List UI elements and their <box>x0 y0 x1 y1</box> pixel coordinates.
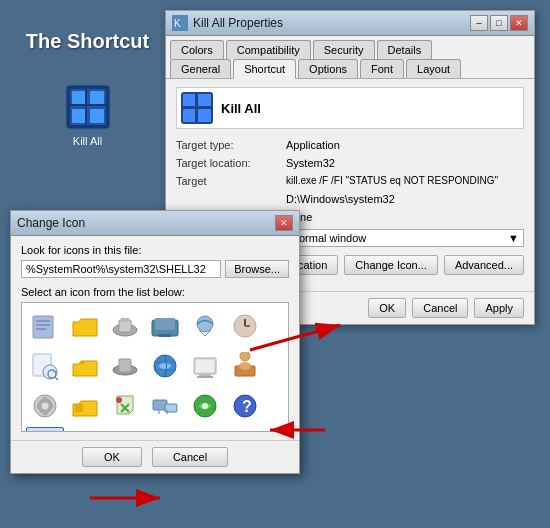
svg-rect-36 <box>119 359 131 372</box>
tab-options[interactable]: Options <box>298 59 358 78</box>
icon-cell-14[interactable] <box>106 387 144 425</box>
target-location-row: Target location: System32 <box>176 157 524 169</box>
tab-font[interactable]: Font <box>360 59 404 78</box>
svg-point-27 <box>197 316 213 332</box>
icon-cell-0[interactable] <box>26 307 64 345</box>
maximize-button[interactable]: □ <box>490 15 508 31</box>
app-name: Kill All <box>221 101 261 116</box>
target-location-label: Target location: <box>176 157 286 169</box>
advanced-button[interactable]: Advanced... <box>444 255 524 275</box>
target-full-value: kill.exe /F /FI "STATUS eq NOT RESPONDIN… <box>286 175 524 187</box>
tab-compatibility[interactable]: Compatibility <box>226 40 311 59</box>
icon-cell-13[interactable] <box>66 387 104 425</box>
icon-cell-11[interactable] <box>226 347 264 385</box>
icon-cell-15[interactable] <box>146 387 184 425</box>
close-button[interactable]: ✕ <box>510 15 528 31</box>
look-for-label: Look for icons in this file: <box>21 244 289 256</box>
svg-rect-5 <box>90 109 104 123</box>
desktop-icon[interactable]: Kill All <box>64 83 112 147</box>
dialog-close-button[interactable]: ✕ <box>275 215 293 231</box>
svg-point-46 <box>240 352 250 361</box>
tab-colors[interactable]: Colors <box>170 40 224 59</box>
target-type-row: Target type: Application <box>176 139 524 151</box>
minimize-button[interactable]: – <box>470 15 488 31</box>
target-full-row: Target kill.exe /F /FI "STATUS eq NOT RE… <box>176 175 524 187</box>
dialog-window-controls: ✕ <box>275 215 293 231</box>
select-icon-label: Select an icon from the list below: <box>21 286 289 298</box>
dialog-ok-button[interactable]: OK <box>82 447 142 467</box>
tab-general[interactable]: General <box>170 59 231 78</box>
tabs-container: Colors Compatibility Security Details Ge… <box>166 36 534 79</box>
tabs-row2: General Shortcut Options Font Layout <box>166 59 534 78</box>
tab-layout[interactable]: Layout <box>406 59 461 78</box>
run-dropdown-box[interactable]: Normal window ▼ <box>286 229 524 247</box>
icon-cell-6[interactable] <box>26 347 64 385</box>
file-row: Browse... <box>21 260 289 278</box>
background-title: The Shortcut <box>26 30 149 53</box>
target-type-value: Application <box>286 139 524 151</box>
icon-cell-1[interactable] <box>66 307 104 345</box>
svg-rect-13 <box>183 109 196 122</box>
svg-rect-14 <box>198 109 211 122</box>
start-in-value: D:\Windows\system32 <box>286 193 524 205</box>
svg-line-34 <box>55 377 58 380</box>
app-icon-name-row: Kill All <box>176 87 524 129</box>
properties-apply-button[interactable]: Apply <box>474 298 524 318</box>
start-in-label <box>176 193 286 205</box>
dialog-cancel-button[interactable]: Cancel <box>152 447 228 467</box>
icon-cell-4[interactable] <box>186 307 224 345</box>
svg-rect-26 <box>159 334 171 337</box>
dialog-title: Change Icon <box>17 216 85 230</box>
file-path-input[interactable] <box>21 260 221 278</box>
icon-cell-10[interactable] <box>186 347 224 385</box>
svg-point-45 <box>239 362 251 370</box>
icons-grid: ? <box>22 303 288 432</box>
change-icon-button[interactable]: Change Icon... <box>344 255 438 275</box>
dialog-titlebar: Change Icon ✕ <box>11 211 299 236</box>
icon-cell-5[interactable] <box>226 307 264 345</box>
tab-details[interactable]: Details <box>377 40 433 59</box>
tab-security[interactable]: Security <box>313 40 375 59</box>
icon-cell-3[interactable] <box>146 307 184 345</box>
icon-cell-17[interactable]: ? <box>226 387 264 425</box>
svg-point-56 <box>202 403 208 409</box>
dialog-bottom: OK Cancel <box>11 440 299 473</box>
svg-rect-2 <box>72 91 86 105</box>
icon-cell-2[interactable] <box>106 307 144 345</box>
target-full-label: Target <box>176 175 286 187</box>
svg-rect-12 <box>198 94 211 107</box>
icon-cell-7[interactable] <box>66 347 104 385</box>
dialog-content: Look for icons in this file: Browse... S… <box>11 236 299 440</box>
start-in-row: D:\Windows\system32 <box>176 193 524 205</box>
change-icon-dialog: Change Icon ✕ Look for icons in this fil… <box>10 210 300 474</box>
svg-point-50 <box>116 397 122 403</box>
tabs-row1: Colors Compatibility Security Details <box>166 36 534 59</box>
properties-title-text: Kill All Properties <box>193 16 283 30</box>
properties-ok-button[interactable]: OK <box>368 298 406 318</box>
icon-cell-18[interactable] <box>26 427 64 432</box>
browse-button[interactable]: Browse... <box>225 260 289 278</box>
svg-rect-49 <box>75 404 83 412</box>
arrow-to-ok-button <box>80 478 180 508</box>
icon-cell-16[interactable] <box>186 387 224 425</box>
tab-shortcut[interactable]: Shortcut <box>233 59 296 79</box>
icon-cell-9[interactable] <box>146 347 184 385</box>
svg-rect-3 <box>90 91 104 105</box>
target-type-label: Target type: <box>176 139 286 151</box>
properties-title-icon: K <box>172 15 188 31</box>
desktop-icon-label: Kill All <box>73 135 102 147</box>
svg-text:?: ? <box>242 398 252 415</box>
target-location-value: System32 <box>286 157 524 169</box>
properties-title: K Kill All Properties <box>172 15 283 31</box>
svg-rect-11 <box>183 94 196 107</box>
icon-cell-12[interactable] <box>26 387 64 425</box>
shortcut-key-value: None <box>286 211 524 223</box>
svg-rect-43 <box>197 376 213 378</box>
icon-cell-8[interactable] <box>106 347 144 385</box>
properties-titlebar: K Kill All Properties – □ ✕ <box>166 11 534 36</box>
window-controls: – □ ✕ <box>470 15 528 31</box>
svg-text:K: K <box>174 18 181 29</box>
svg-rect-4 <box>72 109 86 123</box>
properties-cancel-button[interactable]: Cancel <box>412 298 468 318</box>
svg-rect-17 <box>33 316 53 338</box>
